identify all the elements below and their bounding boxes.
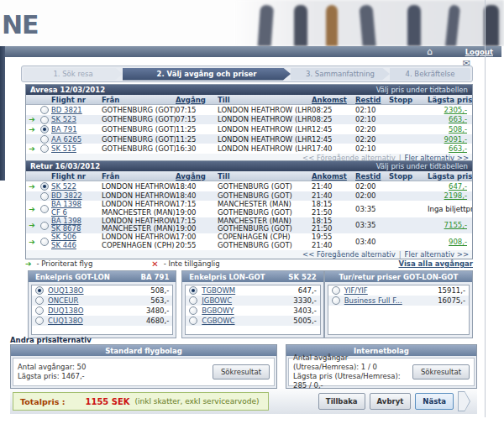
- internet-airlines-box: Internetbolag Antal avgångar (Utresa/Hem…: [286, 344, 477, 389]
- col-to: Till: [218, 172, 312, 181]
- price-link[interactable]: 9091,-: [444, 135, 467, 144]
- fare-code-link[interactable]: YIF/YIF: [344, 286, 368, 295]
- price-link[interactable]: 908,-: [449, 238, 467, 246]
- fare-code-link[interactable]: TGBOWM: [202, 286, 235, 295]
- fare-price: 15911,-: [438, 286, 465, 295]
- to-cell: LONDON HEATHROW (LHR): [218, 135, 312, 144]
- fare-price: 647,-: [298, 286, 317, 295]
- col-price: Lägsta pris: [428, 96, 472, 104]
- fare-radio[interactable]: [332, 286, 340, 295]
- more-alternatives-link[interactable]: Fler alternativ >>: [405, 250, 469, 259]
- priority-arrow-icon: ➔: [29, 182, 35, 191]
- col-to: Till: [218, 96, 312, 104]
- fare-code-link[interactable]: Business Full F...: [344, 296, 402, 305]
- flight-radio-selected[interactable]: [40, 182, 49, 191]
- flight-radio[interactable]: [40, 222, 49, 230]
- flight-link[interactable]: BA 791: [51, 125, 77, 133]
- fare-code-link[interactable]: DUQ138O: [48, 306, 83, 315]
- fare-radio[interactable]: [35, 296, 44, 305]
- price-link[interactable]: 508,-: [449, 125, 467, 133]
- return-title-bar: Retur 16/03/2012 Välj pris under tidtabe…: [26, 161, 472, 171]
- col-price: Lägsta pris: [428, 172, 472, 181]
- search-results-button[interactable]: Sökresultat: [213, 364, 270, 380]
- next-button[interactable]: Nästa: [415, 393, 454, 410]
- fare-code-link[interactable]: ONCEUR: [48, 296, 78, 305]
- fare-radio[interactable]: [332, 296, 340, 305]
- flight-link[interactable]: SK 515: [51, 144, 76, 153]
- home-icon[interactable]: ⌂: [427, 47, 433, 56]
- flight-radio[interactable]: [40, 238, 49, 246]
- banner-photo: [235, 0, 504, 46]
- priority-arrow-icon: ➔: [29, 144, 35, 153]
- col-dep[interactable]: Avgång: [176, 96, 218, 104]
- fare-code-link[interactable]: CGBOWC: [202, 317, 234, 325]
- step-sammanfattning[interactable]: 3. Sammanfattning: [291, 68, 390, 81]
- logout-link[interactable]: Logout: [465, 48, 493, 56]
- fare-code-link[interactable]: OUQ138O: [48, 286, 84, 295]
- other-prices-title: Andra prisalternativ: [10, 336, 92, 344]
- cancel-button[interactable]: Avbryt: [370, 393, 412, 410]
- col-dep[interactable]: Avgång: [176, 172, 218, 181]
- dep-cell: 07:15: [176, 106, 218, 114]
- fare-radio-selected[interactable]: [35, 286, 44, 295]
- price-link[interactable]: 2198,-: [444, 191, 467, 200]
- col-arr[interactable]: Ankomst: [312, 96, 355, 104]
- dep-cell: 18:40: [176, 191, 218, 200]
- flight-link[interactable]: BD 3821: [51, 106, 82, 114]
- flight-link[interactable]: SK 522: [51, 182, 76, 191]
- flight-link[interactable]: SK 523: [51, 115, 76, 123]
- not-available-icon: ✕: [151, 259, 158, 269]
- flight-radio[interactable]: [40, 135, 49, 144]
- arr-cell: 17:40: [312, 144, 355, 153]
- col-from: Från: [102, 172, 176, 181]
- flight-link[interactable]: CF 6: [51, 209, 102, 217]
- dur-cell: 03:35: [355, 205, 389, 213]
- flight-radio[interactable]: [40, 144, 49, 153]
- fare-code-link[interactable]: CUQ138O: [48, 317, 83, 325]
- fare-code-link[interactable]: BGBOWY: [202, 306, 234, 315]
- flight-link[interactable]: SK 446: [51, 242, 102, 250]
- step-bekraftelse[interactable]: 4. Bekräftelse: [390, 68, 470, 81]
- back-button[interactable]: Tillbaka: [318, 393, 365, 410]
- flight-link[interactable]: BD 3822: [51, 191, 82, 200]
- fare-radio-selected[interactable]: [189, 286, 197, 295]
- flight-radio[interactable]: [40, 192, 49, 201]
- dur-cell: 03:40: [355, 238, 389, 246]
- step-sok-resa[interactable]: 1. Sök resa: [24, 68, 123, 81]
- flight-link[interactable]: AA 6265: [51, 135, 81, 144]
- outbound-header-row: Flight nr Från Avgång Till Ankomst Resti…: [26, 95, 472, 105]
- fare-option: TGBOWM647,-: [186, 285, 319, 296]
- flight-radio[interactable]: [40, 205, 49, 213]
- fare-price: 16075,-: [438, 296, 465, 305]
- step-nav: 1. Sök resa 2. Välj avgång och priser 3.…: [21, 65, 473, 82]
- top-bar: ⌂ Logout: [0, 46, 501, 57]
- prev-alternatives-link[interactable]: << Föregående alternativ: [302, 250, 396, 259]
- step-valj-avgang[interactable]: 2. Välj avgång och priser: [123, 68, 291, 81]
- fare-radio[interactable]: [189, 296, 197, 305]
- col-dur[interactable]: Restid: [355, 96, 389, 104]
- table-row: ➔ SK 522 LONDON HEATHROW (LHR) 18:40 GOT…: [26, 181, 472, 191]
- fare-code-link[interactable]: JGBOWC: [202, 296, 232, 305]
- show-all-departures-link[interactable]: Visa alla avgångar: [398, 259, 473, 268]
- flight-link[interactable]: SK 8678: [51, 225, 102, 233]
- unavailable-legend-label: - Inte tillgänglig: [164, 259, 220, 268]
- flight-radio[interactable]: [40, 106, 49, 114]
- from-cell: GOTHENBURG (GOT): [102, 115, 176, 123]
- search-results-button[interactable]: Sökresultat: [412, 364, 470, 380]
- col-arr[interactable]: Ankomst: [312, 172, 355, 181]
- price-link[interactable]: 2305,-: [444, 106, 467, 114]
- price-link[interactable]: 647,-: [449, 182, 467, 191]
- col-dur[interactable]: Restid: [355, 172, 389, 181]
- flight-radio[interactable]: [40, 116, 49, 124]
- to-cell: GOTHENBURG (GOT): [218, 182, 312, 191]
- price-link[interactable]: 663,-: [449, 144, 467, 153]
- fare-radio[interactable]: [35, 317, 44, 325]
- fare-radio[interactable]: [189, 317, 197, 325]
- table-row: ➔ BA 1398SK 8678 LONDON HEATHROW (LHR)MA…: [26, 217, 472, 234]
- dur-cell: 02:00: [355, 182, 389, 191]
- fare-radio[interactable]: [189, 306, 197, 315]
- flight-radio-selected[interactable]: [40, 125, 49, 133]
- price-link[interactable]: 7155,-: [444, 221, 467, 229]
- price-link[interactable]: 663,-: [449, 115, 467, 123]
- fare-radio[interactable]: [35, 306, 44, 315]
